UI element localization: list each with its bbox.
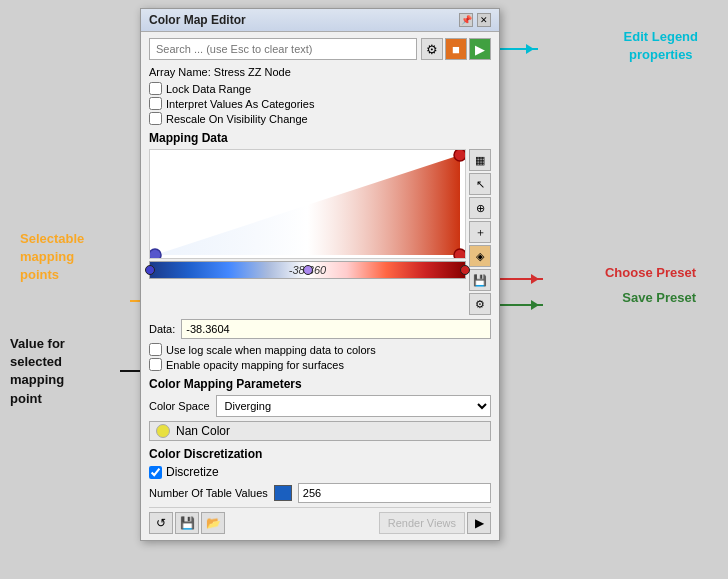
log-scale-label: Use log scale when mapping data to color…	[166, 344, 376, 356]
dialog-title: Color Map Editor	[149, 13, 246, 27]
discretize-row: Discretize	[149, 465, 491, 479]
data-value-input[interactable]	[181, 319, 491, 339]
selectable-points-annotation: Selectable mapping points	[20, 230, 84, 285]
gradient-svg	[149, 149, 466, 259]
opacity-label: Enable opacity mapping for surfaces	[166, 359, 344, 371]
grid-icon-btn[interactable]: ▦	[469, 149, 491, 171]
lock-data-range-label: Lock Data Range	[166, 83, 251, 95]
color-space-row: Color Space Diverging Lab RGB HSV	[149, 395, 491, 417]
nan-color-button[interactable]: Nan Color	[149, 421, 491, 441]
lock-data-range-checkbox[interactable]	[149, 82, 162, 95]
gear-icon-btn[interactable]: ⚙	[421, 38, 443, 60]
array-name-label: Array Name:	[149, 66, 211, 78]
svg-marker-0	[155, 155, 460, 255]
close-button[interactable]: ✕	[477, 13, 491, 27]
save-preset-annotation: Save Preset	[622, 290, 696, 305]
cursor-icon-btn[interactable]: ↖	[469, 173, 491, 195]
top-right-control-point[interactable]	[454, 149, 466, 161]
dialog-titlebar: Color Map Editor 📌 ✕	[141, 9, 499, 32]
gradient-section: -38.360	[149, 149, 466, 315]
search-row: ⚙ ■ ▶	[149, 38, 491, 60]
color-bar[interactable]: -38.360	[149, 261, 466, 279]
toolbar-icons: ⚙ ■ ▶	[421, 38, 491, 60]
value-annotation: Value for selected mapping point	[10, 335, 65, 408]
save-preset-btn[interactable]: 💾	[469, 269, 491, 291]
color-discretization-header: Color Discretization	[149, 447, 491, 461]
render-extra-btn[interactable]: ▶	[467, 512, 491, 534]
bottom-right-control-point[interactable]	[454, 249, 466, 259]
save-btn[interactable]: 💾	[175, 512, 199, 534]
table-values-label: Number Of Table Values	[149, 487, 268, 499]
search-input[interactable]	[149, 38, 417, 60]
data-label: Data:	[149, 323, 175, 335]
color-mapping-header: Color Mapping Parameters	[149, 377, 491, 391]
palette-icon-btn[interactable]: ■	[445, 38, 467, 60]
table-values-swatch	[274, 485, 292, 501]
bottom-left-control-point[interactable]	[149, 249, 161, 259]
colorbar-mid-control[interactable]	[303, 265, 313, 275]
edit-legend-annotation: Edit Legend properties	[624, 28, 698, 64]
discretize-label: Discretize	[166, 465, 219, 479]
rescale-visibility-label: Rescale On Visibility Change	[166, 113, 308, 125]
settings-icon-btn[interactable]: ⚙	[469, 293, 491, 315]
color-space-select[interactable]: Diverging Lab RGB HSV	[216, 395, 491, 417]
dialog-body: ⚙ ■ ▶ Array Name: Stress ZZ Node Lock Da…	[141, 32, 499, 540]
table-values-input[interactable]	[298, 483, 491, 503]
pin-button[interactable]: 📌	[459, 13, 473, 27]
array-name-value: Stress ZZ Node	[214, 66, 291, 78]
opacity-row: Enable opacity mapping for surfaces	[149, 358, 491, 371]
folder-btn[interactable]: 📂	[201, 512, 225, 534]
lock-data-range-row: Lock Data Range	[149, 82, 491, 95]
render-views-button[interactable]: Render Views	[379, 512, 465, 534]
zoom-icon-btn[interactable]: ⊕	[469, 197, 491, 219]
choose-preset-annotation: Choose Preset	[605, 265, 696, 280]
mapping-data-header: Mapping Data	[149, 131, 491, 145]
dialog-controls: 📌 ✕	[459, 13, 491, 27]
log-scale-row: Use log scale when mapping data to color…	[149, 343, 491, 356]
discretize-checkbox[interactable]	[149, 466, 162, 479]
interpret-values-checkbox[interactable]	[149, 97, 162, 110]
array-name-row: Array Name: Stress ZZ Node	[149, 66, 491, 78]
mapping-visual[interactable]	[149, 149, 466, 259]
color-bar-wrapper: -38.360	[149, 261, 466, 279]
color-map-editor-dialog: Color Map Editor 📌 ✕ ⚙ ■ ▶ Array Name: S…	[140, 8, 500, 541]
interpret-values-label: Interpret Values As Categories	[166, 98, 314, 110]
data-field-row: Data:	[149, 319, 491, 339]
color-space-label: Color Space	[149, 400, 210, 412]
table-values-row: Number Of Table Values	[149, 483, 491, 503]
choose-preset-btn[interactable]: ◈	[469, 245, 491, 267]
legend-icon-btn[interactable]: ▶	[469, 38, 491, 60]
colorbar-left-control[interactable]	[145, 265, 155, 275]
opacity-checkbox[interactable]	[149, 358, 162, 371]
side-buttons: ▦ ↖ ⊕ ＋ ◈ 💾 ⚙	[469, 149, 491, 315]
log-scale-checkbox[interactable]	[149, 343, 162, 356]
rescale-visibility-row: Rescale On Visibility Change	[149, 112, 491, 125]
nan-color-swatch	[156, 424, 170, 438]
add-icon-btn[interactable]: ＋	[469, 221, 491, 243]
nan-color-label: Nan Color	[176, 424, 230, 438]
interpret-values-row: Interpret Values As Categories	[149, 97, 491, 110]
colorbar-right-control[interactable]	[460, 265, 470, 275]
refresh-btn[interactable]: ↺	[149, 512, 173, 534]
rescale-visibility-checkbox[interactable]	[149, 112, 162, 125]
bottom-toolbar: ↺ 💾 📂 Render Views ▶	[149, 507, 491, 534]
mapping-area: -38.360 ▦ ↖ ⊕ ＋ ◈ 💾 ⚙	[149, 149, 491, 315]
